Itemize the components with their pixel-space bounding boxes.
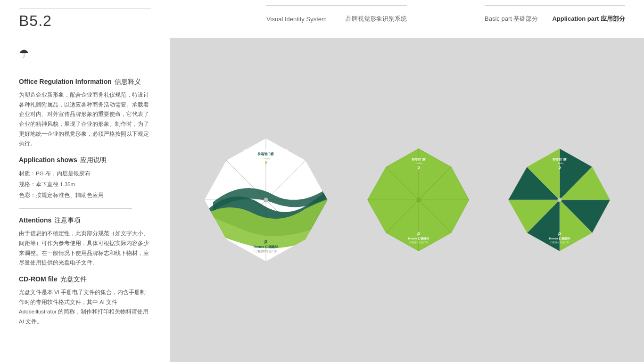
section-office-body: 为塑造企业新形象，配合企业商务礼仪规范，特设计各种礼赠附属品，以适应各种商务活动… [19,90,151,148]
section-att-title-cn: 注意事项 [54,216,81,225]
umbrella-bicolor-svg: 前端管门窗 ∩ epuq ρ ρ Rende 仁德建林 门窗建材专业厂家 [505,146,614,254]
svg-text:门窗建材专业厂家: 门窗建材专业厂家 [255,249,277,253]
section-cdrom-header: CD-ROM file 光盘文件 [19,275,151,285]
umbrella-icon: ☂ [19,47,151,60]
section-cdrom: CD-ROM file 光盘文件 光盘文件是本 VI 手册电子文件的集合，内含手… [19,275,151,327]
app-detail-2: 规格：伞下直径 1.35m [19,179,151,190]
umbrella-green: 前端管门窗 ∩ epuq ρ ρ Rende 仁德建林 门窗建材专业厂家 [364,146,473,254]
svg-point-58 [558,198,561,202]
section-cdrom-body: 光盘文件是本 VI 手册电子文件的集合，内含手册制作时的专用软件格式文件，其中 … [19,288,151,327]
svg-text:门窗建材专业厂家: 门窗建材专业厂家 [550,241,569,244]
svg-text:Rende 仁德建林: Rende 仁德建林 [408,237,430,240]
section-att-header: Attentions 注意事项 [19,216,151,226]
umbrella-bicolor: 前端管门窗 ∩ epuq ρ ρ Rende 仁德建林 门窗建材专业厂家 [505,146,614,254]
nav-visual-identity-en: Visual Identity System [266,16,327,23]
umbrella-white-svg: 前端管门窗 ∩ epuq ρ ρ Rende 仁德建林 门窗建材专业厂家 [200,134,332,266]
svg-text:ρ: ρ [417,165,420,170]
section-attentions: Attentions 注意事项 由于信息的不确定性，此页部分规范（如文字大小、间… [19,216,151,268]
svg-text:ρ: ρ [558,230,561,236]
section-office-header: Office Regulation Information 信息释义 [19,78,151,87]
svg-text:ρ: ρ [558,165,561,170]
svg-text:Rende 仁德建林: Rende 仁德建林 [254,245,279,249]
svg-text:ρ: ρ [417,230,420,236]
section-office-regulation: Office Regulation Information 信息释义 为塑造企业… [19,78,151,148]
section-cdrom-title-cn: 光盘文件 [60,275,87,284]
section-office-title-en: Office Regulation Information [19,78,112,85]
umbrella-green-svg: 前端管门窗 ∩ epuq ρ ρ Rende 仁德建林 门窗建材专业厂家 [364,146,473,254]
nav-basic-part: Basic part 基础部分 [485,15,538,23]
svg-text:∩ epuq: ∩ epuq [415,162,422,165]
left-panel: ☂ Office Regulation Information 信息释义 为塑造… [0,38,170,362]
divider-1 [19,70,132,70]
header-center-nav: Visual Identity System 品牌视觉形象识别系统 [189,15,485,23]
svg-text:ρ: ρ [265,160,267,165]
divider-2 [19,208,132,209]
svg-text:前端管门窗: 前端管门窗 [553,157,567,161]
page-header: B5.2 Visual Identity System 品牌视觉形象识别系统 B… [0,0,644,38]
svg-text:∩ epuq: ∩ epuq [556,162,563,165]
svg-text:前端管门窗: 前端管门窗 [258,152,274,156]
main-content: ☂ Office Regulation Information 信息释义 为塑造… [0,38,644,362]
header-left: B5.2 [19,8,189,30]
svg-text:∩ epuq: ∩ epuq [262,157,270,160]
svg-text:前端管门窗: 前端管门窗 [412,157,426,161]
section-app-details: 材质：PG 布，内层是银胶布 规格：伞下直径 1.35m 色彩：按规定标准色、辅… [19,168,151,201]
header-top-divider [19,8,151,8]
section-att-title-en: Attentions [19,216,51,224]
umbrella-white: 前端管门窗 ∩ epuq ρ ρ Rende 仁德建林 门窗建材专业厂家 [200,134,332,266]
svg-point-17 [264,197,268,202]
app-detail-1: 材质：PG 布，内层是银胶布 [19,168,151,179]
page-code: B5.2 [19,12,189,30]
section-office-title-cn: 信息释义 [115,78,141,86]
nav-application-part: Application part 应用部分 [552,15,625,23]
svg-text:门窗建材专业厂家: 门窗建材专业厂家 [409,241,428,244]
section-app-title-en: Application shows [19,156,77,164]
nav-visual-identity-cn: 品牌视觉形象识别系统 [346,15,407,23]
section-cdrom-title-en: CD-ROM file [19,275,58,283]
svg-text:ρ: ρ [264,239,267,244]
section-application-shows: Application shows 应用说明 材质：PG 布，内层是银胶布 规格… [19,156,151,201]
app-detail-3: 色彩：按规定标准色、辅助色应用 [19,190,151,201]
svg-text:Rende 仁德建林: Rende 仁德建林 [549,237,570,240]
section-att-body: 由于信息的不确定性，此页部分规范（如文字大小、间距等）可作为参考使用，具体可根据… [19,229,151,268]
section-app-header: Application shows 应用说明 [19,156,151,165]
section-app-title-cn: 应用说明 [80,156,107,165]
svg-point-34 [417,198,421,202]
right-panel: 前端管门窗 ∩ epuq ρ ρ Rende 仁德建林 门窗建材专业厂家 [170,38,644,362]
header-right-nav: Basic part 基础部分 Application part 应用部分 [485,15,625,23]
